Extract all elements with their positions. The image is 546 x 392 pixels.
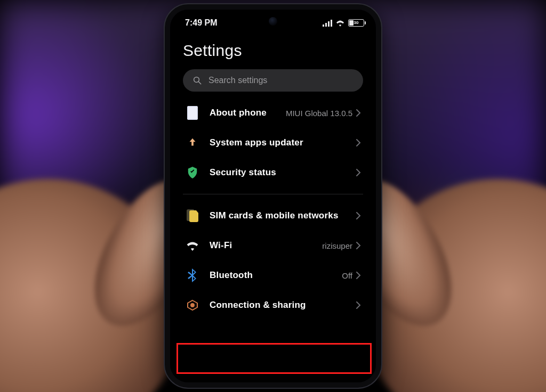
chevron-right-icon: [356, 212, 361, 219]
row-label: Wi-Fi: [210, 240, 322, 251]
chevron-right-icon: [356, 242, 361, 249]
svg-rect-0: [323, 24, 324, 27]
battery-icon: 30: [348, 19, 364, 27]
connection-sharing-icon: [185, 298, 200, 313]
signal-icon: [323, 19, 332, 27]
row-value: Off: [342, 271, 352, 280]
settings-group-2: SIM cards & mobile networks Wi-Fi rizisu…: [183, 201, 363, 320]
row-system-apps-updater[interactable]: System apps updater: [183, 128, 363, 158]
status-icons-right: 30: [323, 19, 364, 27]
row-label: SIM cards & mobile networks: [210, 210, 356, 221]
chevron-right-icon: [356, 272, 361, 279]
settings-page: Settings About phone MIUI Global 13.0.5 …: [170, 28, 376, 320]
battery-percent: 30: [349, 20, 364, 25]
chevron-right-icon: [356, 301, 361, 309]
row-label: About phone: [210, 108, 286, 118]
page-title: Settings: [183, 42, 363, 60]
wifi-icon: [185, 238, 200, 253]
row-label: Bluetooth: [210, 270, 342, 281]
search-bar[interactable]: [183, 69, 363, 92]
wifi-icon: [335, 19, 345, 27]
search-icon: [192, 76, 202, 85]
row-sim-cards[interactable]: SIM cards & mobile networks: [183, 201, 363, 231]
sim-icon: [185, 208, 200, 223]
row-label: Security status: [210, 167, 356, 178]
chevron-right-icon: [356, 169, 361, 176]
status-bar: 7:49 PM 30: [170, 10, 376, 28]
chevron-right-icon: [356, 139, 361, 146]
svg-line-5: [198, 81, 201, 84]
chevron-right-icon: [356, 109, 361, 117]
phone-frame: 7:49 PM 30 Settings About phone: [165, 4, 381, 388]
row-wifi[interactable]: Wi-Fi rizisuper: [183, 231, 363, 260]
row-security-status[interactable]: Security status: [183, 158, 363, 187]
svg-rect-1: [325, 23, 327, 27]
bluetooth-icon: [185, 268, 200, 283]
row-label: Connection & sharing: [210, 300, 356, 311]
about-phone-icon: [185, 105, 200, 120]
svg-point-7: [191, 304, 194, 307]
annotation-highlight-box: [176, 343, 372, 374]
row-value: MIUI Global 13.0.5: [286, 109, 352, 118]
svg-rect-2: [328, 21, 330, 27]
status-time: 7:49 PM: [185, 18, 217, 28]
row-connection-sharing[interactable]: Connection & sharing: [183, 290, 363, 320]
svg-rect-3: [331, 20, 332, 27]
divider: [183, 194, 363, 194]
row-label: System apps updater: [210, 137, 356, 148]
row-bluetooth[interactable]: Bluetooth Off: [183, 260, 363, 290]
updater-icon: [185, 135, 200, 150]
phone-screen: 7:49 PM 30 Settings About phone: [170, 10, 376, 382]
search-input[interactable]: [208, 76, 354, 85]
row-about-phone[interactable]: About phone MIUI Global 13.0.5: [183, 98, 363, 128]
row-value: rizisuper: [322, 241, 352, 250]
shield-icon: [185, 165, 200, 180]
settings-group-1: About phone MIUI Global 13.0.5 System ap…: [183, 98, 363, 187]
